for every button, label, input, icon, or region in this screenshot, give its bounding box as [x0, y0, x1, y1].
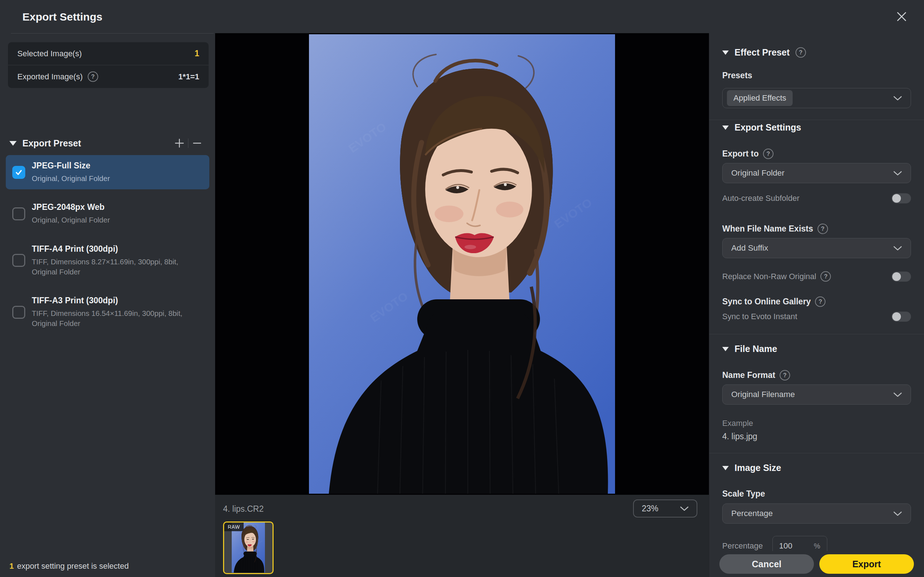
- header-divider: [11, 33, 214, 34]
- when-exists-dropdown[interactable]: Add Suffix: [722, 238, 911, 258]
- export-to-label: Export to: [722, 149, 759, 159]
- percentage-label: Percentage: [722, 541, 763, 551]
- effect-preset-section-header: Effect Preset ?: [722, 47, 806, 58]
- collapse-triangle-icon[interactable]: [722, 126, 729, 130]
- file-name-section-header: File Name: [722, 344, 777, 354]
- example-value: 4. lips.jpg: [722, 432, 757, 442]
- add-preset-button[interactable]: [171, 136, 188, 150]
- name-format-dropdown[interactable]: Original Filename: [722, 384, 911, 405]
- preset-checkbox-unchecked[interactable]: [12, 306, 25, 319]
- when-exists-value: Add Suffix: [731, 243, 768, 253]
- remove-preset-button[interactable]: [188, 136, 206, 150]
- preset-item-jpeg-full-size[interactable]: JPEG-Full Size Original, Original Folder: [6, 155, 209, 189]
- preset-item-tiff-a3[interactable]: TIFF-A3 Print (300dpi) TIFF, Dimensions …: [6, 290, 209, 335]
- chevron-down-icon: [893, 96, 902, 101]
- scale-type-label: Scale Type: [722, 489, 765, 499]
- dialog-title: Export Settings: [23, 11, 102, 23]
- preset-name: JPEG-Full Size: [32, 161, 110, 171]
- preset-item-jpeg-2048px[interactable]: JPEG-2048px Web Original, Original Folde…: [6, 197, 209, 231]
- preset-checkbox-checked[interactable]: [12, 166, 25, 179]
- help-icon[interactable]: ?: [815, 297, 825, 307]
- collapse-triangle-icon[interactable]: [10, 141, 16, 146]
- preview-filename: 4. lips.CR2: [223, 504, 263, 514]
- raw-badge: RAW: [224, 522, 244, 531]
- preset-description: TIFF, Dimensions 8.27×11.69in, 300ppi, 8…: [32, 257, 201, 277]
- preset-description: TIFF, Dimensions 16.54×11.69in, 300ppi, …: [32, 308, 201, 329]
- export-settings-section-header: Export Settings: [722, 122, 801, 133]
- sidebar: Selected Image(s) 1 Exported Image(s) ? …: [0, 33, 215, 577]
- chevron-down-icon: [893, 246, 902, 251]
- chevron-down-icon: [893, 511, 902, 516]
- selection-count: 1: [10, 561, 14, 571]
- replace-original-label: Replace Non-Raw Original: [722, 272, 816, 281]
- export-to-value: Original Folder: [731, 168, 785, 178]
- help-icon[interactable]: ?: [763, 148, 774, 159]
- close-button[interactable]: [893, 9, 910, 26]
- chevron-down-icon: [893, 171, 902, 176]
- export-to-dropdown[interactable]: Original Folder: [722, 163, 911, 183]
- preset-name: JPEG-2048px Web: [32, 202, 110, 212]
- sync-gallery-label: Sync to Online Gallery: [722, 297, 811, 306]
- dialog-footer: Cancel Export: [709, 551, 924, 577]
- presets-selected-chip: Applied Effects: [727, 90, 793, 106]
- help-icon[interactable]: ?: [817, 224, 828, 234]
- collapse-triangle-icon[interactable]: [722, 347, 729, 351]
- preset-description: Original, Original Folder: [32, 215, 110, 225]
- name-format-label: Name Format: [722, 371, 775, 380]
- chevron-down-icon: [680, 506, 689, 511]
- exported-images-value: 1*1=1: [178, 72, 199, 82]
- percentage-unit: %: [814, 542, 821, 550]
- sync-instant-row: Sync to Evoto Instant: [722, 311, 911, 322]
- zoom-level-value: 23%: [642, 504, 658, 514]
- image-count-summary: Selected Image(s) 1 Exported Image(s) ? …: [8, 42, 208, 88]
- auto-subfolder-toggle[interactable]: [892, 193, 911, 203]
- help-icon[interactable]: ?: [780, 370, 790, 380]
- thumbnail-selected[interactable]: RAW: [223, 521, 274, 574]
- image-size-section-header: Image Size: [722, 463, 781, 473]
- toggle-knob: [892, 312, 901, 321]
- preset-checkbox-unchecked[interactable]: [12, 254, 25, 267]
- preset-name: TIFF-A4 Print (300dpi): [32, 244, 201, 254]
- preset-name: TIFF-A3 Print (300dpi): [32, 296, 201, 305]
- exported-images-row: Exported Image(s) ? 1*1=1: [8, 65, 208, 88]
- when-exists-label-row: When File Name Exists ?: [722, 224, 911, 234]
- selection-status: 1 export setting preset is selected: [0, 555, 215, 577]
- section-divider: [709, 120, 924, 120]
- auto-subfolder-label: Auto-create Subfolder: [722, 193, 800, 203]
- presets-label: Presets: [722, 71, 752, 81]
- help-icon[interactable]: ?: [795, 47, 806, 58]
- close-icon: [896, 11, 907, 23]
- export-button[interactable]: Export: [819, 554, 914, 574]
- zoom-level-select[interactable]: 23%: [633, 500, 697, 517]
- export-preset-title: Export Preset: [23, 138, 171, 148]
- cancel-button[interactable]: Cancel: [719, 554, 814, 574]
- export-preset-list: JPEG-Full Size Original, Original Folder…: [6, 155, 209, 342]
- preset-item-tiff-a4[interactable]: TIFF-A4 Print (300dpi) TIFF, Dimensions …: [6, 239, 209, 283]
- section-divider: [709, 334, 924, 334]
- presets-dropdown[interactable]: Applied Effects: [722, 88, 911, 108]
- preset-checkbox-unchecked[interactable]: [12, 207, 25, 220]
- selected-images-value: 1: [195, 49, 199, 58]
- toggle-knob: [892, 272, 901, 281]
- replace-original-row: Replace Non-Raw Original ?: [722, 271, 911, 282]
- scale-type-dropdown[interactable]: Percentage: [722, 503, 911, 524]
- auto-subfolder-row: Auto-create Subfolder: [722, 193, 911, 203]
- help-icon[interactable]: ?: [821, 271, 831, 282]
- preview-photo: [309, 34, 615, 494]
- selected-images-label: Selected Image(s): [17, 49, 82, 58]
- sync-instant-label: Sync to Evoto Instant: [722, 312, 797, 321]
- image-size-title: Image Size: [735, 463, 781, 473]
- export-to-label-row: Export to ?: [722, 148, 911, 159]
- export-settings-dialog: Export Settings Selected Image(s) 1 Expo…: [0, 0, 924, 577]
- preview-canvas[interactable]: [215, 33, 709, 495]
- file-name-title: File Name: [735, 344, 777, 354]
- scale-type-label-row: Scale Type: [722, 489, 911, 499]
- collapse-triangle-icon[interactable]: [722, 466, 729, 470]
- export-preset-section-header: Export Preset: [10, 136, 206, 150]
- collapse-triangle-icon[interactable]: [722, 50, 729, 55]
- sync-instant-toggle[interactable]: [892, 311, 911, 322]
- replace-original-toggle[interactable]: [892, 272, 911, 282]
- help-icon[interactable]: ?: [88, 71, 98, 82]
- scale-type-value: Percentage: [731, 509, 773, 518]
- percentage-value: 100: [779, 541, 793, 551]
